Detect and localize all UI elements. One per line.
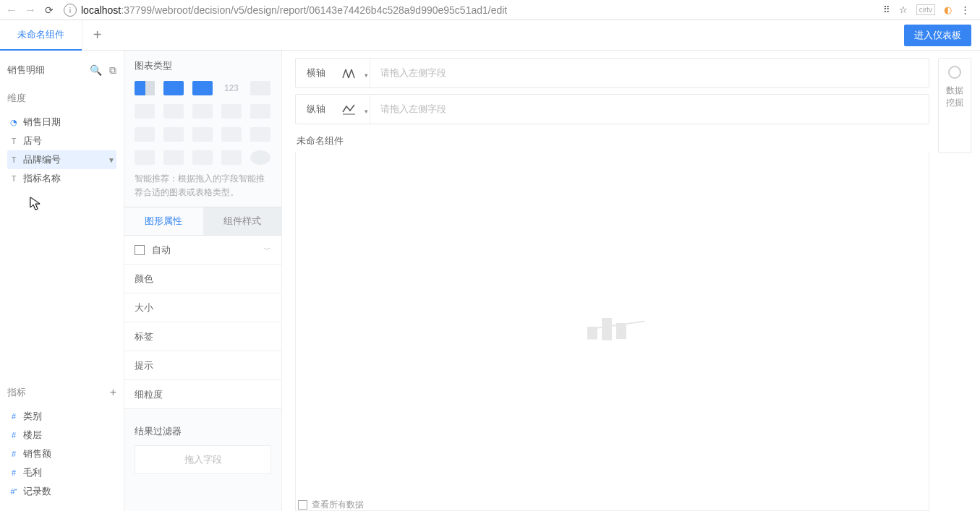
chart-type-generic[interactable] [163,150,184,165]
star-icon[interactable]: ☆ [899,4,908,15]
chart-type-generic[interactable] [163,104,184,119]
view-all-data[interactable]: 查看所有数据 [298,499,364,511]
chart-type-generic[interactable] [135,104,155,119]
filter-title: 结果过滤器 [135,425,271,438]
dataset-name[interactable]: 销售明细 [7,64,45,77]
chart-type-grid: 123 [124,77,281,172]
square-icon [135,245,145,255]
prop-tip[interactable]: 提示 [124,351,281,380]
chart-type-generic[interactable] [135,150,155,165]
chevron-down-icon[interactable]: ▼ [108,156,115,164]
chart-type-generic[interactable] [250,81,270,95]
enter-dashboard-button[interactable]: 进入仪表板 [904,25,971,46]
chart-type-generic[interactable] [192,104,213,119]
y-axis-row[interactable]: 纵轴 ▾ 请拖入左侧字段 [295,94,929,124]
chart-type-pie[interactable] [250,150,270,165]
main-area: 销售明细 🔍 ⧉ 维度 ◔销售日期 T店号 T品牌编号▼ T指标名称 指标 + … [0,51,980,511]
chart-type-detail-table[interactable] [192,81,213,95]
dimension-item[interactable]: ◔销售日期 [7,113,116,132]
property-tabs: 图形属性 组件样式 [124,207,281,236]
chart-type-generic[interactable] [221,104,242,119]
y-axis-dropzone[interactable]: 请拖入左侧字段 [370,95,929,124]
chart-type-generic[interactable] [192,127,213,142]
prop-label[interactable]: 标签 [124,322,281,351]
widget-tab[interactable]: 未命名组件 [0,20,82,51]
chart-type-generic[interactable] [163,127,184,142]
fields-panel: 销售明细 🔍 ⧉ 维度 ◔销售日期 T店号 T品牌编号▼ T指标名称 指标 + … [0,51,124,511]
data-mining-button[interactable]: 数据挖掘 [938,58,971,153]
url-bar[interactable]: i localhost:37799/webroot/decision/v5/de… [61,4,879,17]
filter-dropzone[interactable]: 拖入字段 [135,445,271,474]
dimension-list: ◔销售日期 T店号 T品牌编号▼ T指标名称 [7,113,116,188]
chart-type-group-table[interactable] [135,81,155,95]
chart-type-generic[interactable] [250,127,270,142]
chart-type-generic[interactable] [135,127,155,142]
number-icon: #* [9,487,19,496]
translate-icon[interactable]: ⠿ [883,4,890,15]
canvas-panel: 横轴 ▾ 请拖入左侧字段 纵轴 ▾ 请拖入左侧字段 未命名组件 [282,51,980,511]
chevron-down-icon[interactable]: ﹀ [263,244,271,255]
menu-icon[interactable]: ⋮ [960,4,970,15]
add-tab-button[interactable]: + [82,20,112,51]
chart-config-panel: 图表类型 123 智能推荐：根据拖入的字段智能推荐合适的图表或表格类型。 [124,51,282,511]
metric-item[interactable]: #毛利 [7,463,116,482]
chart-placeholder-icon [587,315,638,347]
ext-icon[interactable]: cirtv [916,4,935,15]
text-icon: T [9,155,19,164]
back-icon[interactable]: ← [4,4,19,17]
number-icon: # [9,450,19,458]
dimension-item[interactable]: T品牌编号▼ [7,150,116,169]
brave-icon[interactable]: ◐ [944,4,952,15]
prop-auto[interactable]: 自动 ﹀ [124,236,281,265]
prop-fine[interactable]: 细粒度 [124,380,281,409]
add-metric-icon[interactable]: + [110,386,116,399]
url-path: :37799/webroot/decision/v5/design/report… [121,4,507,16]
search-icon[interactable]: 🔍 [90,64,102,77]
x-axis-dropzone[interactable]: 请拖入左侧字段 [370,59,929,87]
x-axis-type-icon[interactable]: ▾ [336,67,362,79]
y-axis-type-icon[interactable]: ▾ [336,103,362,115]
tab-shape-properties[interactable]: 图形属性 [124,207,203,235]
dimension-item[interactable]: T指标名称 [7,169,116,188]
chevron-down-icon[interactable]: ▾ [365,72,368,79]
metric-item[interactable]: #销售额 [7,445,116,463]
metric-title: 指标 + [7,382,116,403]
number-icon: # [9,412,19,421]
chart-canvas[interactable] [295,152,929,511]
chart-type-generic[interactable] [192,150,213,165]
widget-name[interactable]: 未命名组件 [297,134,928,147]
chart-type-cross-table[interactable] [163,81,184,95]
info-icon[interactable]: i [64,4,77,17]
text-icon: T [9,174,19,183]
url-host: localhost [81,4,121,16]
chart-type-kpi[interactable]: 123 [221,81,242,95]
chart-type-generic[interactable] [250,104,270,119]
forward-icon[interactable]: → [23,4,38,17]
prop-size[interactable]: 大小 [124,293,281,322]
x-axis-label: 横轴 [296,66,336,80]
metric-item[interactable]: #*记录数 [7,482,116,501]
chart-type-hint: 智能推荐：根据拖入的字段智能推荐合适的图表或表格类型。 [124,172,281,207]
tab-widget-style[interactable]: 组件样式 [203,207,282,235]
tabs-bar: 未命名组件 + 进入仪表板 [0,20,980,51]
number-icon: # [9,468,19,477]
chart-type-generic[interactable] [221,150,242,165]
clock-icon: ◔ [9,118,19,127]
metric-item[interactable]: #类别 [7,407,116,426]
metric-list: #类别 #楼层 #销售额 #毛利 #*记录数 [7,407,116,511]
dimension-item[interactable]: T店号 [7,132,116,150]
prop-color[interactable]: 颜色 [124,265,281,293]
chart-type-generic[interactable] [221,127,242,142]
text-icon: T [9,137,19,145]
checkbox-icon[interactable] [298,500,307,510]
chevron-down-icon[interactable]: ▾ [365,108,368,115]
browser-toolbar: ← → ⟳ i localhost:37799/webroot/decision… [0,0,980,20]
y-axis-label: 纵轴 [296,103,336,116]
dimension-title: 维度 [7,88,116,108]
reload-icon[interactable]: ⟳ [42,4,56,16]
number-icon: # [9,431,19,439]
grid-icon[interactable]: ⧉ [109,64,116,77]
mining-icon [948,66,961,79]
metric-item[interactable]: #楼层 [7,426,116,445]
x-axis-row[interactable]: 横轴 ▾ 请拖入左侧字段 [295,58,929,88]
